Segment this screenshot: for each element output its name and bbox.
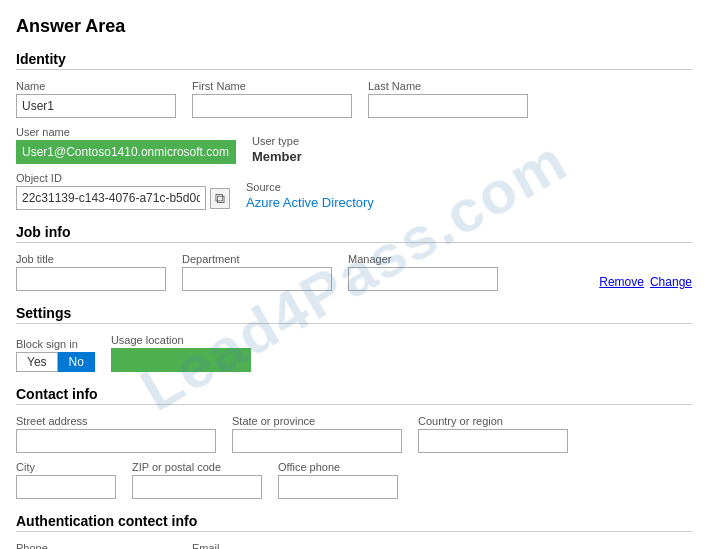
officephone-input[interactable] (278, 475, 398, 499)
usagelocation-label: Usage location (111, 334, 251, 346)
settings-section: Settings Block sign in Yes No Usage loca… (16, 305, 692, 372)
firstname-field: First Name (192, 80, 352, 118)
identity-row-2: User name User type Member (16, 126, 692, 164)
contactinfo-row2: City ZIP or postal code Office phone (16, 461, 692, 499)
lastname-label: Last Name (368, 80, 528, 92)
department-input[interactable] (182, 267, 332, 291)
contactinfo-row1: Street address State or province Country… (16, 415, 692, 453)
manager-input[interactable] (348, 267, 498, 291)
username-label: User name (16, 126, 236, 138)
objectid-row: ⧉ (16, 186, 230, 210)
identity-section-title: Identity (16, 51, 692, 70)
lastname-field: Last Name (368, 80, 528, 118)
jobtitle-input[interactable] (16, 267, 166, 291)
authcontactinfo-section: Authentication contect info Phone Email … (16, 513, 692, 549)
city-field: City (16, 461, 116, 499)
settings-row: Block sign in Yes No Usage location (16, 334, 692, 372)
zip-field: ZIP or postal code (132, 461, 262, 499)
no-toggle[interactable]: No (58, 352, 95, 372)
city-input[interactable] (16, 475, 116, 499)
identity-row-1: Name First Name Last Name (16, 80, 692, 118)
email-label: Email (192, 542, 352, 549)
zip-input[interactable] (132, 475, 262, 499)
blocksignin-label: Block sign in (16, 338, 95, 350)
source-label: Source (246, 181, 374, 193)
street-label: Street address (16, 415, 216, 427)
lastname-input[interactable] (368, 94, 528, 118)
source-link[interactable]: Azure Active Directory (246, 195, 374, 210)
change-link[interactable]: Change (650, 275, 692, 289)
country-label: Country or region (418, 415, 568, 427)
username-field: User name (16, 126, 236, 164)
remove-change-group: Remove Change (599, 275, 692, 289)
phone-label: Phone (16, 542, 176, 549)
email-field: Email (192, 542, 352, 549)
blocksignin-field: Block sign in Yes No (16, 338, 95, 372)
authcontactinfo-section-title: Authentication contect info (16, 513, 692, 532)
identity-section: Identity Name First Name Last Name User … (16, 51, 692, 210)
usertype-field: User type Member (252, 135, 302, 164)
authcontact-row1: Phone Email (16, 542, 692, 549)
city-label: City (16, 461, 116, 473)
jobtitle-label: Job title (16, 253, 166, 265)
officephone-field: Office phone (278, 461, 398, 499)
toggle-group: Yes No (16, 352, 95, 372)
objectid-input[interactable] (16, 186, 206, 210)
usertype-label: User type (252, 135, 302, 147)
page-title: Answer Area (16, 16, 692, 37)
contactinfo-section-title: Contact info (16, 386, 692, 405)
source-field: Source Azure Active Directory (246, 181, 374, 210)
street-input[interactable] (16, 429, 216, 453)
jobinfo-section-title: Job info (16, 224, 692, 243)
phone-field: Phone (16, 542, 176, 549)
remove-link[interactable]: Remove (599, 275, 644, 289)
state-field: State or province (232, 415, 402, 453)
manager-field: Manager (348, 253, 498, 291)
firstname-label: First Name (192, 80, 352, 92)
usagelocation-input[interactable] (111, 348, 251, 372)
country-field: Country or region (418, 415, 568, 453)
settings-section-title: Settings (16, 305, 692, 324)
department-label: Department (182, 253, 332, 265)
name-input[interactable] (16, 94, 176, 118)
yes-toggle[interactable]: Yes (16, 352, 58, 372)
usertype-value: Member (252, 149, 302, 164)
zip-label: ZIP or postal code (132, 461, 262, 473)
name-label: Name (16, 80, 176, 92)
jobtitle-field: Job title (16, 253, 166, 291)
country-input[interactable] (418, 429, 568, 453)
objectid-field: Object ID ⧉ (16, 172, 230, 210)
officephone-label: Office phone (278, 461, 398, 473)
state-input[interactable] (232, 429, 402, 453)
street-field: Street address (16, 415, 216, 453)
firstname-input[interactable] (192, 94, 352, 118)
manager-label: Manager (348, 253, 498, 265)
jobinfo-row: Job title Department Manager Remove Chan… (16, 253, 692, 291)
state-label: State or province (232, 415, 402, 427)
jobinfo-section: Job info Job title Department Manager Re… (16, 224, 692, 291)
contactinfo-section: Contact info Street address State or pro… (16, 386, 692, 499)
name-field: Name (16, 80, 176, 118)
department-field: Department (182, 253, 332, 291)
username-input[interactable] (16, 140, 236, 164)
usagelocation-field: Usage location (111, 334, 251, 372)
copy-icon[interactable]: ⧉ (210, 188, 230, 209)
identity-row-3: Object ID ⧉ Source Azure Active Director… (16, 172, 692, 210)
objectid-label: Object ID (16, 172, 230, 184)
